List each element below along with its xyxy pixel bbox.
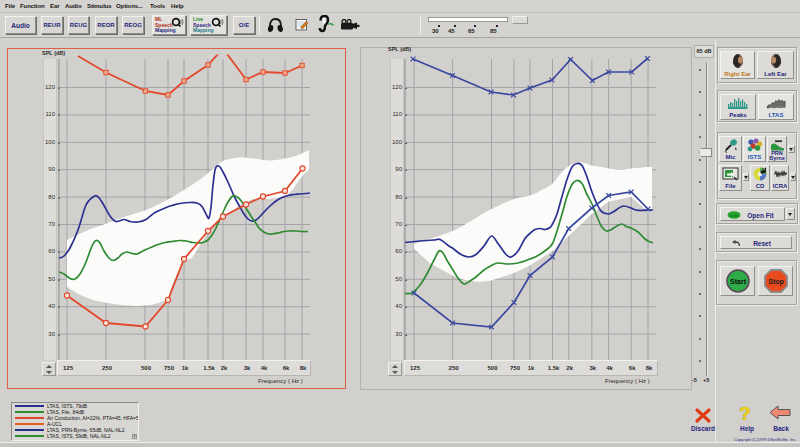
svg-text:Stop: Stop <box>768 278 784 286</box>
svg-text:Start: Start <box>730 278 747 285</box>
